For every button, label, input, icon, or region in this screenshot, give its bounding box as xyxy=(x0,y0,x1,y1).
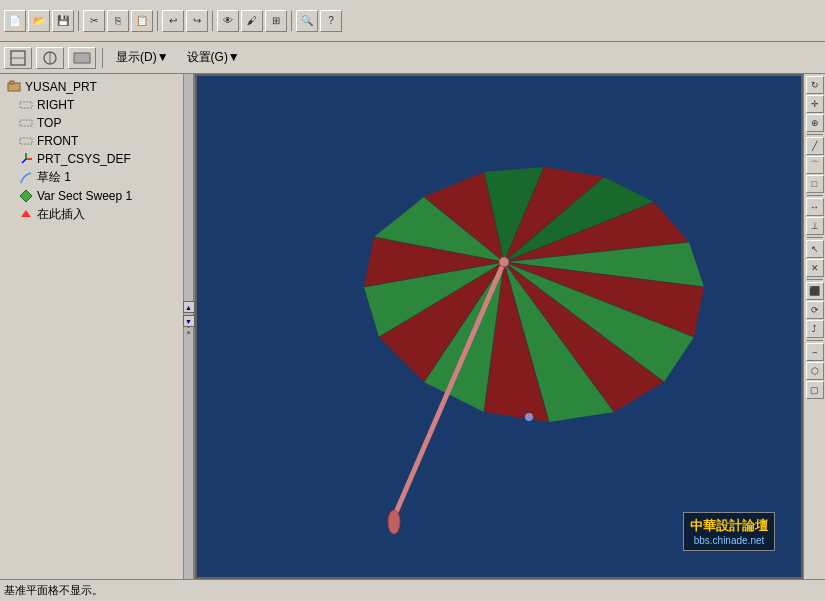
zoom-in-button[interactable]: 🔍 xyxy=(296,10,318,32)
rb-zoom[interactable]: ⊕ xyxy=(806,114,824,132)
sep4 xyxy=(291,11,292,31)
sweep-label: Var Sect Sweep 1 xyxy=(37,189,132,203)
top-label: TOP xyxy=(37,116,61,130)
rb-sweep[interactable]: ⤴ xyxy=(806,320,824,338)
rb-chamfer[interactable]: ⬡ xyxy=(806,362,824,380)
insert-label: 在此插入 xyxy=(37,206,85,223)
front-label: FRONT xyxy=(37,134,78,148)
viewport[interactable]: 中華設計論壇 bbs.chinade.net xyxy=(195,74,803,579)
rb-line[interactable]: ╱ xyxy=(806,137,824,155)
rb-pan[interactable]: ✛ xyxy=(806,95,824,113)
rs1 xyxy=(807,134,823,135)
sketch-icon xyxy=(18,170,34,186)
copy-button[interactable]: ⎘ xyxy=(107,10,129,32)
main-area: YUSAN_PRT RIGHT TOP xyxy=(0,74,825,579)
sep1 xyxy=(78,11,79,31)
svg-point-50 xyxy=(525,413,533,421)
sketch-label: 草绘 1 xyxy=(37,169,71,186)
feature-icon xyxy=(18,188,34,204)
watermark: 中華設計論壇 bbs.chinade.net xyxy=(683,512,775,551)
settings-menu[interactable]: 设置(G)▼ xyxy=(180,47,247,69)
tree-top[interactable]: TOP xyxy=(4,114,189,132)
btn-a[interactable] xyxy=(4,47,32,69)
svg-marker-13 xyxy=(20,190,32,202)
open-button[interactable]: 📂 xyxy=(28,10,50,32)
model-tree: YUSAN_PRT RIGHT TOP xyxy=(0,74,193,579)
svg-marker-14 xyxy=(21,210,31,217)
btn-b[interactable] xyxy=(36,47,64,69)
rs5 xyxy=(807,340,823,341)
paste-button[interactable]: 📋 xyxy=(131,10,153,32)
handle-dot-3 xyxy=(187,331,190,334)
second-toolbar: 显示(D)▼ 设置(G)▼ xyxy=(0,42,825,74)
right-toolbar: ↻ ✛ ⊕ ╱ ⌒ □ ↔ ⊥ ↖ ✕ ⬛ ⟳ ⤴ ⌢ ⬡ ▢ xyxy=(803,74,825,579)
csys-icon xyxy=(18,151,34,167)
left-panel: YUSAN_PRT RIGHT TOP xyxy=(0,74,195,579)
sep5 xyxy=(102,48,103,68)
umbrella-container xyxy=(195,74,803,579)
root-label: YUSAN_PRT xyxy=(25,80,97,94)
svg-rect-8 xyxy=(20,120,32,126)
new-button[interactable]: 📄 xyxy=(4,10,26,32)
top-toolbar: 📄 📂 💾 ✂ ⎘ 📋 ↩ ↪ 👁 🖌 ⊞ 🔍 ? xyxy=(0,0,825,42)
watermark-line1: 中華設計論壇 xyxy=(690,517,768,535)
rb-shell[interactable]: ▢ xyxy=(806,381,824,399)
rb-rect[interactable]: □ xyxy=(806,175,824,193)
undo-button[interactable]: ↩ xyxy=(162,10,184,32)
rb-rotate[interactable]: ↻ xyxy=(806,76,824,94)
root-icon xyxy=(6,79,22,95)
help-button[interactable]: ? xyxy=(320,10,342,32)
tree-sketch[interactable]: 草绘 1 xyxy=(4,168,189,187)
rs2 xyxy=(807,195,823,196)
sep3 xyxy=(212,11,213,31)
rb-revolve[interactable]: ⟳ xyxy=(806,301,824,319)
plane-icon-right xyxy=(18,97,34,113)
plane-icon-front xyxy=(18,133,34,149)
svg-rect-9 xyxy=(20,138,32,144)
status-message: 基准平面格不显示。 xyxy=(4,583,103,598)
plane-icon-top xyxy=(18,115,34,131)
rb-const[interactable]: ⊥ xyxy=(806,217,824,235)
tree-insert[interactable]: 在此插入 xyxy=(4,205,189,224)
rb-select[interactable]: ↖ xyxy=(806,240,824,258)
rb-arc[interactable]: ⌒ xyxy=(806,156,824,174)
rs3 xyxy=(807,237,823,238)
btn-c[interactable] xyxy=(68,47,96,69)
watermark-line2: bbs.chinade.net xyxy=(690,535,768,546)
tree-sweep[interactable]: Var Sect Sweep 1 xyxy=(4,187,189,205)
right-label: RIGHT xyxy=(37,98,74,112)
redo-button[interactable]: ↪ xyxy=(186,10,208,32)
rb-fillet[interactable]: ⌢ xyxy=(806,343,824,361)
svg-point-49 xyxy=(499,257,509,267)
sep2 xyxy=(157,11,158,31)
svg-point-48 xyxy=(388,510,400,534)
svg-rect-4 xyxy=(74,53,90,63)
rb-extrude[interactable]: ⬛ xyxy=(806,282,824,300)
tree-root[interactable]: YUSAN_PRT xyxy=(4,78,189,96)
repaint-button[interactable]: 🖌 xyxy=(241,10,263,32)
panel-collapse-down[interactable]: ▼ xyxy=(183,315,195,327)
svg-line-12 xyxy=(22,159,26,163)
status-bar: 基准平面格不显示。 xyxy=(0,579,825,601)
panel-resize-handle[interactable]: ▲ ▼ xyxy=(183,74,193,579)
svg-rect-7 xyxy=(20,102,32,108)
panel-collapse-up[interactable]: ▲ xyxy=(183,301,195,313)
view-button[interactable]: 👁 xyxy=(217,10,239,32)
tree-right[interactable]: RIGHT xyxy=(4,96,189,114)
save-button[interactable]: 💾 xyxy=(52,10,74,32)
umbrella-svg xyxy=(214,77,784,577)
cut-button[interactable]: ✂ xyxy=(83,10,105,32)
tree-csys[interactable]: PRT_CSYS_DEF xyxy=(4,150,189,168)
rb-delete[interactable]: ✕ xyxy=(806,259,824,277)
insert-icon xyxy=(18,207,34,223)
display-menu[interactable]: 显示(D)▼ xyxy=(109,47,176,69)
tree-front[interactable]: FRONT xyxy=(4,132,189,150)
svg-rect-6 xyxy=(10,81,14,84)
csys-label: PRT_CSYS_DEF xyxy=(37,152,131,166)
rb-dim[interactable]: ↔ xyxy=(806,198,824,216)
rs4 xyxy=(807,279,823,280)
orient-button[interactable]: ⊞ xyxy=(265,10,287,32)
